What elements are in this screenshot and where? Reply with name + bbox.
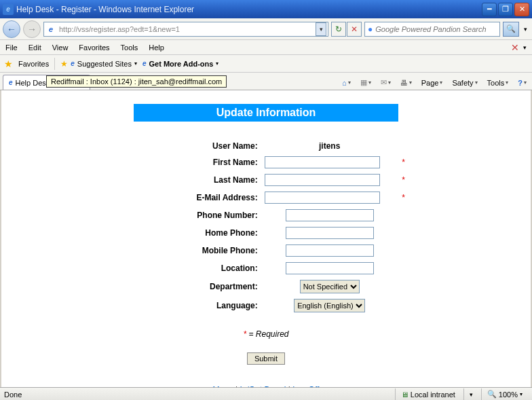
stop-button[interactable]: ✕ [347, 22, 362, 37]
logoff-link[interactable]: Log Off [292, 385, 319, 387]
command-bar: ⌂▾ ▦▾ ✉▾ 🖶▾ Page▾ Safety▾ Tools▾ ?▾ [339, 77, 529, 90]
location-input[interactable] [286, 262, 374, 274]
menu-link[interactable]: Menu [213, 385, 233, 387]
home-button[interactable]: ⌂▾ [339, 77, 354, 88]
phone-label: Phone Number: [125, 207, 261, 223]
required-marker: * [402, 193, 405, 202]
menu-bar: File Edit View Favorites Tools Help ✕ ▾ [0, 40, 532, 55]
feeds-button[interactable]: ▦▾ [358, 77, 374, 88]
help-button[interactable]: ?▾ [515, 77, 529, 88]
tab-favicon: e [9, 79, 13, 86]
homephone-label: Home Phone: [125, 225, 261, 241]
address-bar[interactable]: e ▾ [43, 22, 328, 37]
menu-favorites[interactable]: Favorites [73, 41, 115, 54]
tab-bar: e Help Desk - Register Rediffmail : Inbo… [0, 73, 532, 90]
print-button[interactable]: 🖶▾ [398, 77, 415, 88]
language-select[interactable]: English (English) [294, 299, 365, 312]
language-label: Language: [125, 297, 261, 314]
minimize-button[interactable]: ━ [482, 3, 497, 16]
back-button[interactable]: ← [3, 20, 20, 38]
submit-button[interactable]: Submit [247, 352, 285, 365]
nav-toolbar: ← → e ▾ ↻ ✕ ● 🔍 ▾ [0, 18, 532, 40]
star-icon: ★ [60, 59, 68, 69]
search-input[interactable] [375, 25, 497, 33]
username-label: User Name: [125, 139, 261, 153]
username-value: jitens [262, 139, 398, 153]
ie-small-icon: e [71, 60, 75, 67]
department-select[interactable]: Not Specified [300, 280, 360, 293]
search-provider-icon: ● [368, 24, 373, 34]
form-banner: Update Information [134, 104, 398, 122]
tools-label: Tools [487, 79, 505, 87]
email-input[interactable] [265, 192, 380, 204]
phone-input[interactable] [286, 209, 374, 221]
menu-edit[interactable]: Edit [23, 41, 47, 54]
window-title: Help Desk - Register - Windows Internet … [16, 5, 194, 14]
page-icon: e [45, 24, 56, 35]
location-label: Location: [125, 260, 261, 276]
ie-small-icon: e [142, 60, 147, 67]
close-button[interactable]: ✕ [514, 3, 529, 16]
required-marker: * [402, 158, 405, 167]
email-label: E-Mail Address: [125, 189, 261, 206]
mobile-label: Mobile Phone: [125, 242, 261, 259]
favorites-label[interactable]: Favorites [18, 60, 49, 68]
url-input[interactable] [56, 25, 316, 33]
menu-help[interactable]: Help [143, 41, 170, 54]
window-titlebar: e Help Desk - Register - Windows Interne… [0, 0, 532, 18]
search-dropdown-icon[interactable]: ▾ [522, 26, 529, 33]
favorites-star-icon[interactable]: ★ [4, 58, 13, 69]
protected-mode: ▾ [463, 388, 478, 401]
form-table: User Name: jitens First Name: * Last Nam… [124, 138, 409, 316]
search-button[interactable]: 🔍 [503, 22, 519, 37]
menu-dropdown-icon[interactable]: ▾ [523, 44, 527, 51]
zoom-control[interactable]: 🔍100%▾ [481, 388, 528, 401]
menu-tools[interactable]: Tools [115, 41, 144, 54]
tab-tooltip: Rediffmail : Inbox (1124) : jiten_sah@re… [46, 75, 227, 88]
suggested-sites-link[interactable]: ★ e Suggested Sites ▾ [60, 59, 137, 69]
suggested-sites-label: Suggested Sites [77, 60, 132, 68]
get-addons-label: Get More Add-ons [149, 60, 214, 68]
department-label: Department: [125, 278, 261, 295]
favorites-bar: ★ Favorites ★ e Suggested Sites ▾ e Get … [0, 55, 532, 73]
mobile-input[interactable] [286, 244, 374, 257]
maximize-button[interactable]: ❐ [498, 3, 513, 16]
required-marker: * [402, 175, 405, 185]
status-zone: 🖥Local intranet [395, 388, 461, 401]
ie-icon: e [3, 4, 14, 15]
homephone-input[interactable] [286, 227, 374, 239]
required-note: * = Required [1, 329, 531, 339]
page-button[interactable]: Page▾ [419, 77, 446, 88]
lastname-input[interactable] [265, 174, 380, 186]
page-label: Page [421, 79, 439, 87]
lastname-label: Last Name: [125, 172, 261, 188]
search-box[interactable]: ● [364, 22, 500, 37]
mail-button[interactable]: ✉▾ [378, 77, 394, 88]
close-tab-icon[interactable]: ✕ [511, 42, 519, 53]
firstname-label: First Name: [125, 154, 261, 170]
status-bar: Done 🖥Local intranet ▾ 🔍100%▾ [0, 387, 532, 400]
tools-button[interactable]: Tools▾ [484, 77, 512, 88]
chevron-down-icon: ▾ [134, 60, 137, 67]
menu-file[interactable]: File [0, 41, 23, 54]
firstname-input[interactable] [265, 156, 380, 168]
forward-button[interactable]: → [23, 20, 41, 38]
safety-label: Safety [452, 79, 473, 87]
menu-view[interactable]: View [47, 41, 74, 54]
url-dropdown-icon[interactable]: ▾ [316, 22, 326, 36]
page-content: Update Information User Name: jitens Fir… [0, 90, 532, 387]
inout-link[interactable]: In/Out Board [240, 385, 286, 387]
status-done: Done [4, 390, 35, 399]
refresh-button[interactable]: ↻ [331, 22, 346, 37]
chevron-down-icon: ▾ [216, 60, 218, 67]
safety-button[interactable]: Safety▾ [449, 77, 480, 88]
get-addons-link[interactable]: e Get More Add-ons ▾ [142, 60, 219, 68]
